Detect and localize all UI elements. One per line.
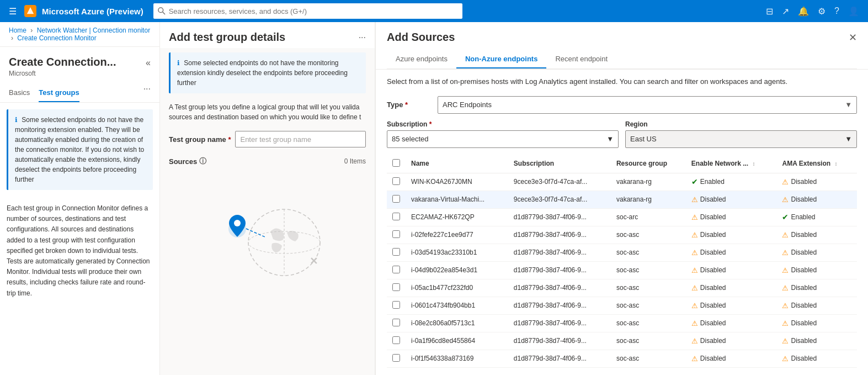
sidebar-tabs: Basics Test groups ··· (0, 84, 159, 103)
enable-network-label: Disabled (700, 355, 726, 362)
cell-subscription-1: 9cece3e3-0f7d-47ca-af... (508, 191, 611, 208)
row-checkbox-1[interactable] (392, 195, 400, 203)
hamburger-icon[interactable]: ☰ (7, 4, 19, 19)
row-checkbox-10[interactable] (392, 354, 400, 362)
ama-warn-icon: ⚠ (782, 319, 789, 328)
cell-resource-group-2: soc-arc (611, 208, 686, 226)
row-checkbox-2[interactable] (392, 213, 400, 220)
cell-resource-group-7: soc-asc (611, 297, 686, 314)
sources-table: Name Subscription Resource group Enable … (387, 155, 857, 368)
warn-icon: ⚠ (691, 355, 698, 363)
header-enable-network: Enable Network ... ↕ (686, 155, 777, 173)
cell-name-8[interactable]: i-08e2c806a0f5713c1 (406, 314, 508, 332)
tab-azure-endpoints[interactable]: Azure endpoints (387, 50, 456, 68)
sort-icon-enable[interactable]: ↕ (753, 161, 755, 167)
ama-warn-icon: ⚠ (782, 196, 789, 204)
cloud-shell-icon[interactable]: ⊟ (764, 4, 775, 19)
middle-alert-text: Some selected endpoints do not have the … (177, 59, 348, 87)
portal-icon[interactable]: ↗ (780, 4, 791, 19)
row-checkbox-3[interactable] (392, 230, 400, 238)
sidebar-tab-testgroups[interactable]: Test groups (39, 84, 79, 102)
table-body: WIN-KO4A267J0MN9cece3e3-0f7d-47ca-af...v… (387, 173, 857, 367)
row-checkbox-0[interactable] (392, 177, 400, 185)
cell-name-9[interactable]: i-0a1f96cd8ed455864 (406, 332, 508, 350)
row-checkbox-7[interactable] (392, 301, 400, 309)
sidebar-tab-more-icon[interactable]: ··· (143, 84, 151, 102)
check-icon: ✔ (691, 177, 698, 186)
cell-name-4[interactable]: i-03d54193ac23310b1 (406, 244, 508, 261)
subscription-select[interactable]: 85 selected ▼ (387, 130, 619, 148)
cell-name-7[interactable]: i-0601c4734fb904bb1 (406, 297, 508, 314)
tab-non-azure-endpoints[interactable]: Non-Azure endpoints (456, 50, 546, 68)
cell-name-6[interactable]: i-05ac1b477cf232fd0 (406, 279, 508, 297)
breadcrumb-create[interactable]: Create Connection Monitor (17, 34, 96, 42)
ama-label: Disabled (791, 337, 817, 345)
row-checkbox-6[interactable] (392, 283, 400, 291)
cell-name-3[interactable]: i-02fefe227c1ee9d77 (406, 226, 508, 244)
region-label: Region (625, 120, 857, 128)
region-select[interactable]: East US ▼ (625, 130, 857, 148)
sidebar-tab-basics[interactable]: Basics (9, 84, 30, 102)
warn-icon: ⚠ (691, 231, 698, 239)
cell-subscription-4: d1d8779d-38d7-4f06-9... (508, 244, 611, 261)
table-row: WIN-KO4A267J0MN9cece3e3-0f7d-47ca-af...v… (387, 173, 857, 191)
row-checkbox-4[interactable] (392, 248, 400, 256)
close-button[interactable]: ✕ (849, 31, 857, 44)
svg-point-6 (234, 220, 241, 226)
add-sources-panel: Add Sources ✕ Azure endpoints Non-Azure … (375, 22, 868, 375)
sidebar-description: Each test group in Connection Monitor de… (0, 197, 159, 305)
cell-ama-extension-6: ⚠ Disabled (776, 279, 857, 297)
search-bar[interactable] (153, 3, 462, 19)
ama-warn-icon: ⚠ (782, 302, 789, 310)
profile-icon[interactable]: 👤 (846, 4, 861, 19)
svg-line-1 (162, 12, 164, 14)
warn-icon: ⚠ (691, 266, 698, 274)
ama-label: Disabled (791, 231, 817, 239)
filter-row: Subscription * 85 selected ▼ Region East… (387, 120, 857, 148)
middle-more-icon[interactable]: ··· (359, 33, 366, 43)
sidebar-title: Create Connection... (9, 56, 116, 68)
header-resource-group: Resource group (611, 155, 686, 173)
enable-network-label: Disabled (700, 319, 726, 327)
sidebar-header: Create Connection... Microsoft « (0, 47, 159, 80)
row-checkbox-9[interactable] (392, 336, 400, 344)
table-header: Name Subscription Resource group Enable … (387, 155, 857, 173)
table-row: i-08e2c806a0f5713c1d1d8779d-38d7-4f06-9.… (387, 314, 857, 332)
table-row: i-0601c4734fb904bb1d1d8779d-38d7-4f06-9.… (387, 297, 857, 314)
svg-point-0 (158, 8, 163, 13)
alert-info-icon: ℹ (177, 59, 180, 67)
tab-recent-endpoint[interactable]: Recent endpoint (546, 50, 616, 68)
cell-ama-extension-9: ⚠ Disabled (776, 332, 857, 350)
cell-name-0[interactable]: WIN-KO4A267J0MN (406, 173, 508, 191)
cell-name-1[interactable]: vakarana-Virtual-Machi... (406, 191, 508, 208)
sources-count: 0 Items (344, 157, 366, 165)
help-icon[interactable]: ? (832, 4, 842, 18)
breadcrumb-home[interactable]: Home (9, 27, 26, 34)
test-group-name-input[interactable] (235, 131, 366, 147)
cell-name-10[interactable]: i-0f1f546338a873169 (406, 350, 508, 367)
row-checkbox-8[interactable] (392, 319, 400, 326)
cell-resource-group-1: vakarana-rg (611, 191, 686, 208)
sort-icon-ama[interactable]: ↕ (834, 161, 837, 167)
cell-name-2[interactable]: EC2AMAZ-HK672QP (406, 208, 508, 226)
table-row: i-0f1f546338a873169d1d8779d-38d7-4f06-9.… (387, 350, 857, 367)
enable-network-label: Enabled (700, 178, 725, 186)
cell-name-5[interactable]: i-04d9b022ea854e3d1 (406, 261, 508, 279)
warn-icon: ⚠ (691, 284, 698, 292)
cell-subscription-10: d1d8779d-38d7-4f06-9... (508, 350, 611, 367)
settings-icon[interactable]: ⚙ (816, 4, 828, 19)
sidebar: Home › Network Watcher | Connection moni… (0, 22, 160, 375)
ama-label: Enabled (791, 213, 815, 221)
type-select[interactable]: ARC Endpoints ▼ (438, 96, 857, 114)
test-group-label: Test group name * (169, 135, 231, 144)
notifications-icon[interactable]: 🔔 (796, 4, 811, 19)
select-all-checkbox[interactable] (392, 159, 400, 167)
sources-section: Sources ⓘ 0 Items (160, 152, 375, 308)
sidebar-collapse-icon[interactable]: « (146, 58, 151, 68)
cell-subscription-6: d1d8779d-38d7-4f06-9... (508, 279, 611, 297)
breadcrumb-watcher[interactable]: Network Watcher | Connection monitor (37, 27, 150, 34)
cell-ama-extension-7: ⚠ Disabled (776, 297, 857, 314)
info-icon: ℹ (15, 116, 18, 124)
search-input[interactable] (169, 7, 458, 15)
row-checkbox-5[interactable] (392, 266, 400, 273)
